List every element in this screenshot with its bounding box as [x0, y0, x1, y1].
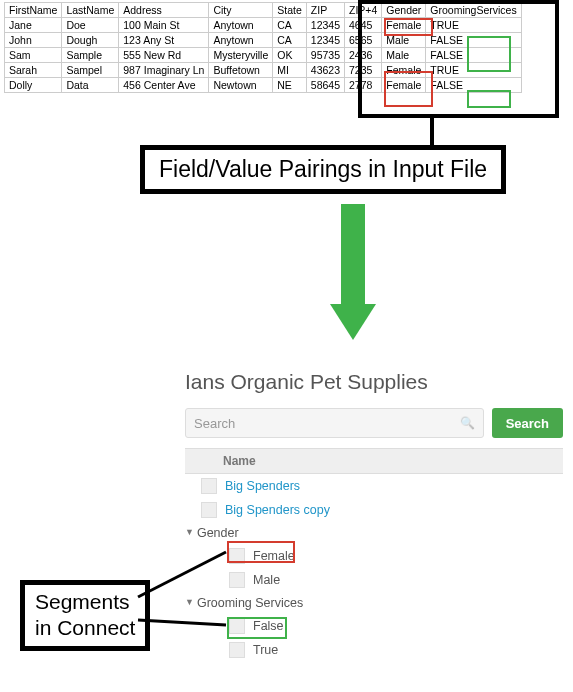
- table-cell: CA: [273, 18, 307, 33]
- table-cell: FALSE: [426, 48, 521, 63]
- table-cell: 123 Any St: [119, 33, 209, 48]
- table-cell: Anytown: [209, 33, 273, 48]
- table-cell: 456 Center Ave: [119, 78, 209, 93]
- list-item-group-gender[interactable]: ▼ Gender: [185, 522, 563, 544]
- table-cell: MI: [273, 63, 307, 78]
- expand-icon[interactable]: ▼: [185, 597, 194, 607]
- list-item[interactable]: Big Spenders: [185, 474, 563, 498]
- table-cell: Jane: [5, 18, 62, 33]
- table-cell: FALSE: [426, 33, 521, 48]
- table-cell: Buffetown: [209, 63, 273, 78]
- callout-segments-line1: Segments: [35, 589, 135, 615]
- list-item-group-grooming[interactable]: ▼ Grooming Services: [185, 592, 563, 614]
- search-row: Search 🔍 Search: [185, 408, 563, 438]
- col-address: Address: [119, 3, 209, 18]
- list-header-name: Name: [185, 448, 563, 474]
- table-cell: 987 Imaginary Ln: [119, 63, 209, 78]
- checkbox[interactable]: [201, 502, 217, 518]
- table-cell: Male: [382, 48, 426, 63]
- checkbox[interactable]: [201, 478, 217, 494]
- table-cell: Mysteryville: [209, 48, 273, 63]
- segment-list: Big Spenders Big Spenders copy ▼ Gender …: [185, 474, 563, 662]
- col-city: City: [209, 3, 273, 18]
- table-cell: Female: [382, 78, 426, 93]
- arrow-head: [330, 304, 376, 340]
- group-gender-label: Gender: [197, 526, 239, 540]
- table-cell: Dough: [62, 33, 119, 48]
- table-row: DollyData456 Center AveNewtownNE58645277…: [5, 78, 522, 93]
- table-cell: 100 Main St: [119, 18, 209, 33]
- segment-female[interactable]: Female: [253, 549, 295, 563]
- table-cell: Data: [62, 78, 119, 93]
- table-cell: John: [5, 33, 62, 48]
- segment-male[interactable]: Male: [253, 573, 280, 587]
- table-cell: 7235: [345, 63, 382, 78]
- table-cell: FALSE: [426, 78, 521, 93]
- table-row: JaneDoe100 Main StAnytownCA123454645Fema…: [5, 18, 522, 33]
- checkbox[interactable]: [229, 618, 245, 634]
- connector-callout1: [430, 115, 434, 145]
- table-cell: Sample: [62, 48, 119, 63]
- callout-segments-line2: in Connect: [35, 615, 135, 641]
- table-cell: 43623: [306, 63, 344, 78]
- table-cell: Female: [382, 18, 426, 33]
- list-item[interactable]: Male: [185, 568, 563, 592]
- callout-pairings: Field/Value Pairings in Input File: [140, 145, 506, 194]
- panel-title: Ians Organic Pet Supplies: [185, 370, 563, 394]
- table-cell: 2778: [345, 78, 382, 93]
- col-grooming: GroomingServices: [426, 3, 521, 18]
- table-cell: 555 New Rd: [119, 48, 209, 63]
- table-cell: 12345: [306, 33, 344, 48]
- segments-panel: Ians Organic Pet Supplies Search 🔍 Searc…: [185, 370, 563, 662]
- table-cell: 6565: [345, 33, 382, 48]
- table-header-row: FirstName LastName Address City State ZI…: [5, 3, 522, 18]
- list-item[interactable]: Big Spenders copy: [185, 498, 563, 522]
- col-zip: ZIP: [306, 3, 344, 18]
- spreadsheet-table: FirstName LastName Address City State ZI…: [4, 2, 522, 93]
- segment-true[interactable]: True: [253, 643, 278, 657]
- table-cell: 58645: [306, 78, 344, 93]
- table-row: JohnDough123 Any StAnytownCA123456565Mal…: [5, 33, 522, 48]
- checkbox[interactable]: [229, 548, 245, 564]
- table-cell: Male: [382, 33, 426, 48]
- table-cell: Dolly: [5, 78, 62, 93]
- list-item[interactable]: Female: [185, 544, 563, 568]
- segment-false[interactable]: False: [253, 619, 284, 633]
- table-row: SarahSampel987 Imaginary LnBuffetownMI43…: [5, 63, 522, 78]
- table-cell: Sampel: [62, 63, 119, 78]
- arrow-body: [341, 204, 365, 304]
- search-button[interactable]: Search: [492, 408, 563, 438]
- group-grooming-label: Grooming Services: [197, 596, 303, 610]
- table-cell: Female: [382, 63, 426, 78]
- table-cell: Anytown: [209, 18, 273, 33]
- checkbox[interactable]: [229, 642, 245, 658]
- list-item[interactable]: True: [185, 638, 563, 662]
- checkbox[interactable]: [229, 572, 245, 588]
- col-state: State: [273, 3, 307, 18]
- table-cell: CA: [273, 33, 307, 48]
- segment-big-spenders[interactable]: Big Spenders: [225, 479, 300, 493]
- col-firstname: FirstName: [5, 3, 62, 18]
- table-cell: TRUE: [426, 63, 521, 78]
- list-item[interactable]: False: [185, 614, 563, 638]
- table-cell: Newtown: [209, 78, 273, 93]
- table-row: SamSample555 New RdMysteryvilleOK9573524…: [5, 48, 522, 63]
- table-cell: OK: [273, 48, 307, 63]
- search-input[interactable]: Search 🔍: [185, 408, 484, 438]
- table-cell: TRUE: [426, 18, 521, 33]
- table-cell: Sarah: [5, 63, 62, 78]
- table-cell: 2436: [345, 48, 382, 63]
- table-cell: Doe: [62, 18, 119, 33]
- table-cell: NE: [273, 78, 307, 93]
- col-zip4: ZIP+4: [345, 3, 382, 18]
- table-cell: 4645: [345, 18, 382, 33]
- col-gender: Gender: [382, 3, 426, 18]
- search-icon: 🔍: [460, 416, 475, 430]
- col-lastname: LastName: [62, 3, 119, 18]
- table-cell: Sam: [5, 48, 62, 63]
- table-cell: 12345: [306, 18, 344, 33]
- segment-big-spenders-copy[interactable]: Big Spenders copy: [225, 503, 330, 517]
- callout-segments: Segments in Connect: [20, 580, 150, 651]
- expand-icon[interactable]: ▼: [185, 527, 194, 537]
- search-placeholder: Search: [194, 416, 235, 431]
